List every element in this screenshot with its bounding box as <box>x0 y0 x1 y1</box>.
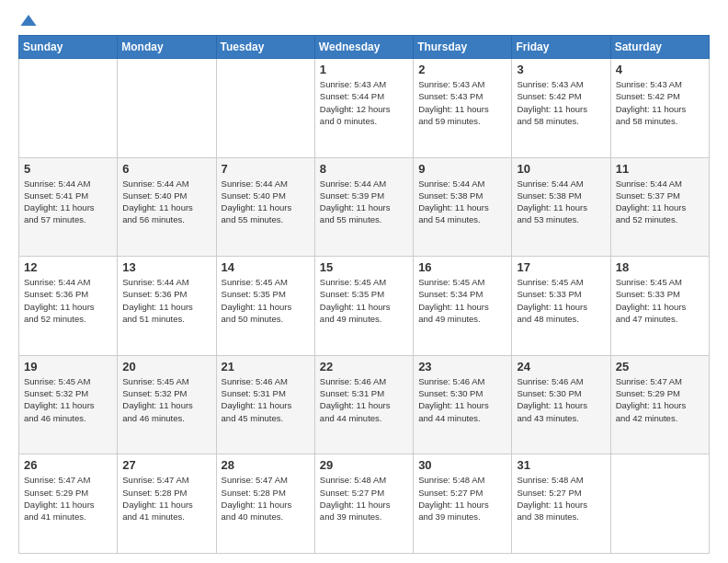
calendar-week-5: 26Sunrise: 5:47 AMSunset: 5:29 PMDayligh… <box>19 454 710 554</box>
day-number: 16 <box>418 260 506 274</box>
day-number: 4 <box>616 63 704 76</box>
calendar-cell: 12Sunrise: 5:44 AMSunset: 5:36 PMDayligh… <box>19 257 118 356</box>
day-info: Sunrise: 5:45 AMSunset: 5:35 PMDaylight:… <box>320 276 408 325</box>
day-number: 22 <box>320 360 408 373</box>
day-info: Sunrise: 5:47 AMSunset: 5:28 PMDaylight:… <box>122 474 210 523</box>
calendar-cell: 28Sunrise: 5:47 AMSunset: 5:28 PMDayligh… <box>216 454 314 554</box>
day-info: Sunrise: 5:44 AMSunset: 5:40 PMDaylight:… <box>122 178 210 226</box>
day-info: Sunrise: 5:44 AMSunset: 5:41 PMDaylight:… <box>24 178 112 226</box>
day-info: Sunrise: 5:45 AMSunset: 5:34 PMDaylight:… <box>418 276 506 325</box>
calendar-cell: 30Sunrise: 5:48 AMSunset: 5:27 PMDayligh… <box>414 454 512 554</box>
calendar-cell: 4Sunrise: 5:43 AMSunset: 5:42 PMDaylight… <box>610 59 709 158</box>
calendar-cell: 31Sunrise: 5:48 AMSunset: 5:27 PMDayligh… <box>512 454 610 554</box>
day-number: 17 <box>517 260 605 274</box>
calendar-cell: 11Sunrise: 5:44 AMSunset: 5:37 PMDayligh… <box>610 157 709 257</box>
calendar-cell: 25Sunrise: 5:47 AMSunset: 5:29 PMDayligh… <box>610 355 709 454</box>
day-info: Sunrise: 5:43 AMSunset: 5:43 PMDaylight:… <box>418 78 506 127</box>
calendar-cell: 8Sunrise: 5:44 AMSunset: 5:39 PMDaylight… <box>314 157 413 257</box>
calendar-header-row: SundayMondayTuesdayWednesdayThursdayFrid… <box>19 36 710 59</box>
day-info: Sunrise: 5:44 AMSunset: 5:37 PMDaylight:… <box>616 178 704 226</box>
day-info: Sunrise: 5:44 AMSunset: 5:38 PMDaylight:… <box>517 178 605 226</box>
day-number: 24 <box>517 360 605 373</box>
calendar-cell: 24Sunrise: 5:46 AMSunset: 5:30 PMDayligh… <box>512 355 610 454</box>
calendar-cell: 13Sunrise: 5:44 AMSunset: 5:36 PMDayligh… <box>118 257 216 356</box>
day-info: Sunrise: 5:43 AMSunset: 5:42 PMDaylight:… <box>616 78 704 127</box>
day-info: Sunrise: 5:45 AMSunset: 5:33 PMDaylight:… <box>517 276 605 325</box>
calendar-cell: 21Sunrise: 5:46 AMSunset: 5:31 PMDayligh… <box>216 355 314 454</box>
day-number: 7 <box>222 162 310 176</box>
calendar-cell: 19Sunrise: 5:45 AMSunset: 5:32 PMDayligh… <box>19 355 118 454</box>
calendar-cell: 23Sunrise: 5:46 AMSunset: 5:30 PMDayligh… <box>414 355 512 454</box>
svg-marker-0 <box>20 15 36 26</box>
day-number: 1 <box>320 63 408 76</box>
calendar-cell: 6Sunrise: 5:44 AMSunset: 5:40 PMDaylight… <box>118 157 216 257</box>
day-info: Sunrise: 5:44 AMSunset: 5:36 PMDaylight:… <box>122 276 210 325</box>
calendar-cell <box>19 59 118 158</box>
day-number: 15 <box>320 260 408 274</box>
day-number: 6 <box>122 162 210 176</box>
day-number: 9 <box>418 162 506 176</box>
day-number: 18 <box>616 260 704 274</box>
day-number: 28 <box>222 458 310 472</box>
day-number: 21 <box>222 360 310 373</box>
day-number: 20 <box>122 360 210 373</box>
day-number: 29 <box>320 458 408 472</box>
calendar-cell <box>216 59 314 158</box>
calendar-cell: 17Sunrise: 5:45 AMSunset: 5:33 PMDayligh… <box>512 257 610 356</box>
day-number: 31 <box>517 458 605 472</box>
calendar-week-3: 12Sunrise: 5:44 AMSunset: 5:36 PMDayligh… <box>19 257 710 356</box>
day-info: Sunrise: 5:44 AMSunset: 5:38 PMDaylight:… <box>418 178 506 226</box>
calendar-cell: 2Sunrise: 5:43 AMSunset: 5:43 PMDaylight… <box>414 59 512 158</box>
day-number: 30 <box>418 458 506 472</box>
day-info: Sunrise: 5:48 AMSunset: 5:27 PMDaylight:… <box>418 474 506 523</box>
day-info: Sunrise: 5:46 AMSunset: 5:31 PMDaylight:… <box>320 375 408 424</box>
day-info: Sunrise: 5:45 AMSunset: 5:32 PMDaylight:… <box>122 375 210 424</box>
calendar-cell: 29Sunrise: 5:48 AMSunset: 5:27 PMDayligh… <box>314 454 413 554</box>
calendar-cell: 22Sunrise: 5:46 AMSunset: 5:31 PMDayligh… <box>314 355 413 454</box>
day-info: Sunrise: 5:47 AMSunset: 5:28 PMDaylight:… <box>222 474 310 523</box>
day-number: 13 <box>122 260 210 274</box>
day-info: Sunrise: 5:44 AMSunset: 5:39 PMDaylight:… <box>320 178 408 226</box>
logo <box>18 15 37 26</box>
day-info: Sunrise: 5:47 AMSunset: 5:29 PMDaylight:… <box>616 375 704 424</box>
calendar-cell: 26Sunrise: 5:47 AMSunset: 5:29 PMDayligh… <box>19 454 118 554</box>
day-info: Sunrise: 5:47 AMSunset: 5:29 PMDaylight:… <box>24 474 112 523</box>
calendar-week-4: 19Sunrise: 5:45 AMSunset: 5:32 PMDayligh… <box>19 355 710 454</box>
day-header-monday: Monday <box>118 36 216 59</box>
day-info: Sunrise: 5:46 AMSunset: 5:31 PMDaylight:… <box>222 375 310 424</box>
day-number: 2 <box>418 63 506 76</box>
calendar-cell: 16Sunrise: 5:45 AMSunset: 5:34 PMDayligh… <box>414 257 512 356</box>
day-number: 19 <box>24 360 112 373</box>
day-header-thursday: Thursday <box>414 36 512 59</box>
day-info: Sunrise: 5:46 AMSunset: 5:30 PMDaylight:… <box>517 375 605 424</box>
day-number: 26 <box>24 458 112 472</box>
day-info: Sunrise: 5:44 AMSunset: 5:36 PMDaylight:… <box>24 276 112 325</box>
day-number: 10 <box>517 162 605 176</box>
day-header-sunday: Sunday <box>19 36 118 59</box>
day-number: 14 <box>222 260 310 274</box>
day-info: Sunrise: 5:45 AMSunset: 5:32 PMDaylight:… <box>24 375 112 424</box>
day-info: Sunrise: 5:45 AMSunset: 5:35 PMDaylight:… <box>222 276 310 325</box>
day-number: 5 <box>24 162 112 176</box>
calendar-cell: 7Sunrise: 5:44 AMSunset: 5:40 PMDaylight… <box>216 157 314 257</box>
calendar-cell: 9Sunrise: 5:44 AMSunset: 5:38 PMDaylight… <box>414 157 512 257</box>
calendar-week-2: 5Sunrise: 5:44 AMSunset: 5:41 PMDaylight… <box>19 157 710 257</box>
calendar-cell: 10Sunrise: 5:44 AMSunset: 5:38 PMDayligh… <box>512 157 610 257</box>
day-number: 12 <box>24 260 112 274</box>
calendar-cell: 27Sunrise: 5:47 AMSunset: 5:28 PMDayligh… <box>118 454 216 554</box>
day-info: Sunrise: 5:48 AMSunset: 5:27 PMDaylight:… <box>517 474 605 523</box>
calendar-cell: 5Sunrise: 5:44 AMSunset: 5:41 PMDaylight… <box>19 157 118 257</box>
day-number: 3 <box>517 63 605 76</box>
day-header-saturday: Saturday <box>610 36 709 59</box>
calendar-cell: 20Sunrise: 5:45 AMSunset: 5:32 PMDayligh… <box>118 355 216 454</box>
day-number: 23 <box>418 360 506 373</box>
day-header-friday: Friday <box>512 36 610 59</box>
page: SundayMondayTuesdayWednesdayThursdayFrid… <box>0 0 728 563</box>
calendar: SundayMondayTuesdayWednesdayThursdayFrid… <box>18 35 710 554</box>
header <box>18 15 710 26</box>
day-number: 27 <box>122 458 210 472</box>
day-info: Sunrise: 5:48 AMSunset: 5:27 PMDaylight:… <box>320 474 408 523</box>
logo-icon <box>20 15 37 26</box>
day-info: Sunrise: 5:44 AMSunset: 5:40 PMDaylight:… <box>222 178 310 226</box>
day-number: 8 <box>320 162 408 176</box>
